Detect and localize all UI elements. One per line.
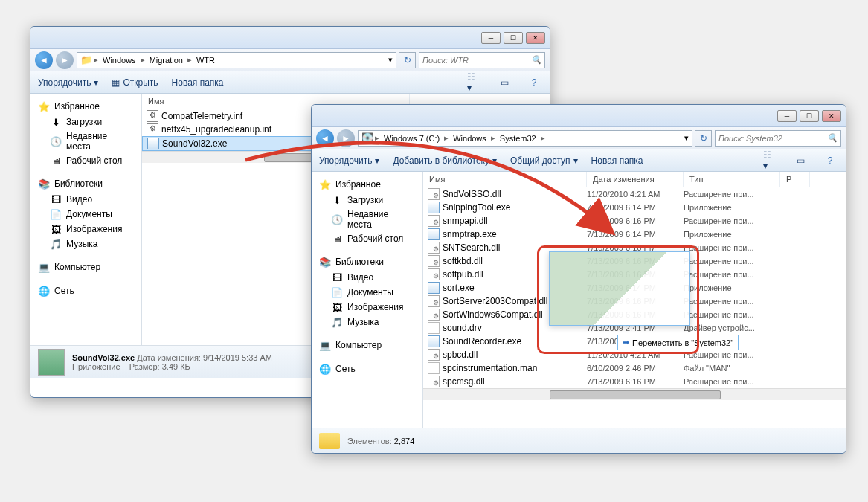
file-row[interactable]: SndVolSSO.dll11/20/2010 4:21 AMРасширени… (423, 187, 846, 201)
pictures-icon: 🖼 (50, 223, 62, 235)
sidebar-video[interactable]: 🎞Видео (312, 270, 422, 285)
help-button[interactable]: ? (822, 153, 838, 168)
sidebar-music[interactable]: 🎵Музыка (312, 315, 422, 329)
col-size[interactable]: Р (780, 172, 810, 187)
sidebar-pictures[interactable]: 🖼Изображения (30, 222, 141, 236)
file-row[interactable]: snmpapi.dll7/13/2009 6:16 PMРасширение п… (423, 214, 846, 228)
sidebar-recent[interactable]: 🕓Недавние места (312, 207, 422, 231)
address-bar[interactable]: 📁 ▸ Windows ▸ Migration ▸ WTR ▾ (77, 52, 396, 68)
col-type[interactable]: Тип (684, 172, 780, 187)
breadcrumb[interactable]: WTR (193, 56, 218, 65)
titlebar[interactable]: ─ ☐ ✕ (30, 27, 550, 49)
file-row[interactable]: SnippingTool.exe7/13/2009 6:14 PMПриложе… (423, 201, 846, 214)
file-type: Расширение при... (684, 350, 780, 359)
sidebar-recent[interactable]: 🕓Недавние места (30, 129, 141, 153)
file-type: Расширение при... (684, 190, 780, 199)
sidebar-network[interactable]: 🌐Сеть (312, 361, 422, 377)
sidebar-documents[interactable]: 📄Документы (30, 207, 141, 222)
address-bar[interactable]: 💽 ▸ Windows 7 (C:) ▸ Windows ▸ System32 … (358, 130, 692, 147)
open-button[interactable]: ▦Открыть (112, 77, 158, 88)
sidebar-desktop[interactable]: 🖥Рабочий стол (30, 153, 141, 168)
preview-button[interactable]: ▭ (792, 153, 808, 168)
file-type: Приложение (684, 203, 780, 212)
breadcrumb[interactable]: System32 (497, 134, 539, 143)
file-type: Расширение при... (684, 270, 780, 279)
sidebar-downloads[interactable]: ⬇Загрузки (312, 193, 422, 207)
column-headers[interactable]: Имя Дата изменения Тип Р (423, 172, 846, 187)
sidebar-documents[interactable]: 📄Документы (312, 285, 422, 300)
file-type: Драйвер устройс... (684, 324, 780, 332)
breadcrumb[interactable]: Windows 7 (C:) (381, 134, 443, 143)
file-row[interactable]: spcinstrumentation.man6/10/2009 2:46 PMФ… (423, 361, 846, 375)
music-icon: 🎵 (331, 316, 343, 328)
newfolder-button[interactable]: Новая папка (172, 77, 224, 88)
sidebar-computer[interactable]: 💻Компьютер (30, 259, 141, 275)
file-icon (428, 255, 440, 267)
view-button[interactable]: ☷ ▾ (762, 153, 779, 168)
breadcrumb[interactable]: Migration (147, 56, 186, 65)
sidebar-downloads[interactable]: ⬇Загрузки (30, 115, 141, 129)
addlib-button[interactable]: Добавить в библиотеку ▾ (393, 155, 497, 166)
file-name: SNTSearch.dll (443, 242, 500, 253)
sidebar-computer[interactable]: 💻Компьютер (312, 337, 422, 353)
maximize-button[interactable]: ☐ (504, 32, 523, 44)
close-button[interactable]: ✕ (822, 110, 841, 122)
sidebar-libraries[interactable]: 📚Библиотеки (30, 176, 141, 192)
documents-icon: 📄 (50, 208, 62, 220)
organize-button[interactable]: Упорядочить ▾ (38, 77, 98, 88)
refresh-button[interactable]: ↻ (695, 130, 712, 147)
help-button[interactable]: ? (526, 75, 542, 90)
file-name: CompatTelemetry.inf (161, 111, 242, 121)
minimize-button[interactable]: ─ (777, 110, 797, 122)
file-icon (428, 295, 440, 307)
file-name: sort.exe (443, 283, 475, 293)
close-button[interactable]: ✕ (526, 32, 545, 44)
file-icon (428, 282, 440, 294)
dropdown-icon[interactable]: ▾ (684, 133, 689, 143)
sidebar-network[interactable]: 🌐Сеть (30, 283, 141, 299)
back-button[interactable]: ◄ (316, 129, 334, 147)
preview-button[interactable]: ▭ (496, 75, 512, 90)
video-icon: 🎞 (50, 193, 62, 205)
sidebar-favorites[interactable]: ⭐Избранное (30, 98, 141, 115)
pictures-icon: 🖼 (331, 301, 343, 313)
organize-button[interactable]: Упорядочить ▾ (319, 155, 379, 166)
view-button[interactable]: ☷ ▾ (466, 75, 483, 90)
sidebar-pictures[interactable]: 🖼Изображения (312, 300, 422, 315)
sidebar-music[interactable]: 🎵Музыка (30, 236, 141, 251)
newfolder-button[interactable]: Новая папка (591, 155, 643, 166)
dropdown-icon[interactable]: ▾ (388, 55, 393, 65)
file-row[interactable]: snmptrap.exe7/13/2009 6:14 PMПриложение (423, 228, 846, 241)
sidebar-video[interactable]: 🎞Видео (30, 192, 141, 207)
search-input[interactable]: Поиск: WTR 🔍 (419, 52, 545, 68)
video-icon: 🎞 (331, 271, 343, 283)
sidebar-favorites[interactable]: ⭐Избранное (312, 176, 422, 193)
search-input[interactable]: Поиск: System32 🔍 (715, 130, 841, 147)
scrollbar-horizontal[interactable] (423, 388, 846, 400)
star-icon: ⭐ (319, 178, 331, 190)
download-icon: ⬇ (50, 116, 62, 128)
file-row[interactable]: spcmsg.dll7/13/2009 6:16 PMРасширение пр… (423, 375, 846, 388)
minimize-button[interactable]: ─ (481, 32, 501, 44)
forward-button[interactable]: ► (337, 129, 355, 147)
file-type: Расширение при... (684, 377, 780, 386)
network-icon: 🌐 (319, 363, 331, 375)
forward-button[interactable]: ► (56, 51, 74, 69)
file-name: SortWindows6Compat.dll (443, 309, 543, 320)
toolbar: Упорядочить ▾ ▦Открыть Новая папка ☷ ▾ ▭… (30, 71, 550, 94)
breadcrumb[interactable]: Windows (100, 56, 139, 65)
sidebar-libraries[interactable]: 📚Библиотеки (312, 254, 422, 270)
search-icon: 🔍 (827, 133, 838, 143)
sidebar: ⭐Избранное ⬇Загрузки 🕓Недавние места 🖥Ра… (312, 172, 423, 428)
titlebar[interactable]: ─ ☐ ✕ (312, 105, 846, 127)
refresh-button[interactable]: ↻ (399, 52, 416, 68)
share-button[interactable]: Общий доступ ▾ (510, 155, 578, 166)
col-date[interactable]: Дата изменения (587, 172, 684, 187)
sidebar-desktop[interactable]: 🖥Рабочий стол (312, 231, 422, 246)
maximize-button[interactable]: ☐ (800, 110, 819, 122)
open-icon: ▦ (112, 77, 120, 88)
back-button[interactable]: ◄ (35, 51, 53, 69)
file-type: Файл "MAN" (684, 364, 780, 373)
col-name[interactable]: Имя (423, 172, 587, 187)
breadcrumb[interactable]: Windows (450, 134, 489, 143)
